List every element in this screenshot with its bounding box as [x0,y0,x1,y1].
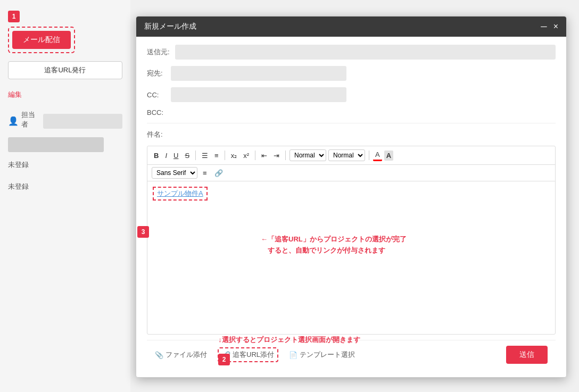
align-button[interactable]: ≡ [201,168,209,178]
person-field: 👤 担当者 [8,110,122,132]
unregistered-2: 未登録 [8,182,122,191]
template-select-button[interactable]: 📄 テンプレート選択 [289,350,355,360]
toolbar-row2: Sans Serif ≡ 🔗 [147,165,555,181]
to-label: 宛先: [147,69,166,78]
ol-button[interactable]: ☰ [200,151,210,161]
person-label: 担当者 [21,110,40,129]
cc-label: CC: [147,91,166,99]
divider4 [285,151,286,160]
template-label: テンプレート選択 [300,350,355,360]
heading-select-2[interactable]: Normal [328,149,365,161]
cc-input[interactable] [171,87,346,102]
mail-button-wrapper: メール配信 [8,27,75,53]
sidebar-gray-bar-1 [8,137,104,152]
editor-content[interactable]: サンプル物件A [147,181,555,334]
strikethrough-button[interactable]: S [183,151,192,161]
modal-title: 新規メール作成 [144,22,196,31]
toolbar-row1: B I U S ☰ ≡ x₂ x² ⇤ ⇥ Normal Normal [147,146,555,165]
font-family-select[interactable]: Sans Serif [152,167,197,179]
italic-button[interactable]: I [163,151,169,161]
url-attach-label: 追客URL添付 [233,350,274,360]
close-button[interactable]: × [553,22,558,31]
from-row: 送信元: [147,45,556,60]
sample-link[interactable]: サンプル物件A [153,187,208,201]
to-input[interactable] [171,66,346,81]
bcc-row: BCC: [147,109,556,123]
indent-decrease-button[interactable]: ⇤ [259,151,269,161]
subject-row: 件名: [147,130,556,139]
font-color-button[interactable]: A [373,149,382,161]
file-attach-label: ファイル添付 [166,350,207,360]
divider5 [369,151,369,160]
modal-header: 新規メール作成 ─ × [136,16,566,37]
underline-button[interactable]: U [171,151,180,161]
minimize-button[interactable]: ─ [541,22,547,31]
template-icon: 📄 [289,351,297,359]
link-button[interactable]: 🔗 [212,168,225,178]
divider3 [255,151,255,160]
from-label: 送信元: [147,47,170,57]
file-attach-button[interactable]: 📎 ファイル添付 [155,350,207,360]
step3-badge: 3 [137,226,149,238]
indent-increase-button[interactable]: ⇥ [271,151,282,161]
font-bgcolor-button[interactable]: A [384,151,393,161]
subject-label: 件名: [147,130,166,139]
url-issue-button[interactable]: 追客URL発行 [8,61,122,79]
sidebar: 1 メール配信 追客URL発行 編集 👤 担当者 未登録 未登録 [0,0,130,392]
annotation2-text: ↓選択するとプロジェクト選択画面が開きます [218,335,360,345]
from-input[interactable] [175,45,556,60]
modal-body: 送信元: 宛先: CC: BCC: 件名: B I U S [136,37,566,377]
divider1 [195,151,196,160]
subscript-button[interactable]: x₂ [229,151,239,161]
unregistered-1: 未登録 [8,160,122,170]
superscript-button[interactable]: x² [241,151,251,161]
annotation3-text: ←「追客URL」からプロジェクトの選択が完了 すると、自動でリンクが付与されます [261,234,407,256]
person-icon: 👤 [8,116,19,126]
divider2 [225,151,225,160]
paperclip-icon: 📎 [155,351,163,359]
step2-badge: 2 [218,354,230,365]
mail-distribution-button[interactable]: メール配信 [12,31,71,49]
bold-button[interactable]: B [152,151,161,161]
ul-button[interactable]: ≡ [212,151,221,161]
cc-row: CC: [147,87,556,102]
bcc-label: BCC: [147,109,166,116]
send-button[interactable]: 送信 [506,346,548,364]
action-buttons: 📎 ファイル添付 🔗 追客URL添付 📄 テンプレート選択 [155,347,355,362]
to-row: 宛先: [147,66,556,81]
heading-select-1[interactable]: Normal [290,149,326,161]
compose-email-modal: 新規メール作成 ─ × 送信元: 宛先: CC: BCC: 件名: [136,16,567,378]
modal-controls: ─ × [541,22,558,31]
edit-link[interactable]: 編集 [8,90,122,99]
step1-badge: 1 [8,11,20,22]
person-input[interactable] [43,114,122,129]
